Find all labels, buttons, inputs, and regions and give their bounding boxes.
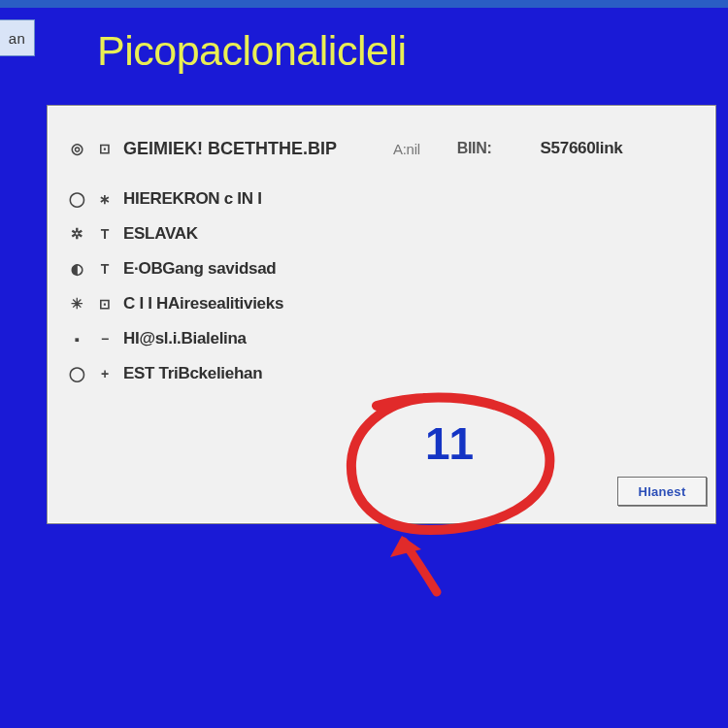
circle-icon: ◯ (67, 365, 86, 382)
page-title: Picopaclonalicleli (97, 27, 406, 75)
item-meta: S57660link (541, 139, 623, 158)
options-panel: ◎ ⊡ GEIMIEK! BCETHTHE.BIP A:nil BIIN: S5… (47, 105, 716, 524)
list-item[interactable]: ✲ T ESLAVAK (67, 216, 696, 251)
item-glyph: − (96, 331, 114, 347)
list-item[interactable]: ◯ + EST TriBckeliehan (67, 356, 696, 391)
item-label: E·OBGang savidsad (123, 259, 276, 279)
item-glyph: + (96, 366, 114, 381)
window-top-accent (0, 0, 728, 8)
square-icon: ▪ (67, 331, 86, 347)
item-glyph: ⊡ (96, 141, 114, 156)
item-meta: A:nil (393, 141, 420, 157)
item-glyph: T (96, 261, 114, 277)
left-tab-fragment-text: an (9, 30, 26, 47)
half-circle-icon: ◐ (67, 260, 86, 278)
annotation-number: 11 (425, 417, 473, 470)
confirm-button[interactable]: Hlanest (617, 477, 707, 506)
item-label: C I I HAiresealitivieks (123, 294, 283, 314)
list-item[interactable]: ✳ ⊡ C I I HAiresealitivieks (67, 286, 696, 321)
item-glyph: ⊡ (96, 296, 114, 312)
item-label: EST TriBckeliehan (123, 364, 262, 383)
item-label: GEIMIEK! BCETHTHE.BIP (123, 139, 337, 159)
circle-icon: ◯ (67, 190, 86, 208)
confirm-button-label: Hlanest (638, 484, 685, 499)
item-glyph: T (96, 226, 114, 242)
star-icon: ✲ (67, 225, 86, 243)
list-item[interactable]: ▪ − HI@sl.i.Bialelina (67, 321, 696, 356)
list-item[interactable]: ◯ ∗ HIEREKRON c IN I (67, 182, 696, 216)
radio-icon: ◎ (67, 140, 86, 157)
annotation-arrow-icon (381, 528, 448, 598)
item-label: HI@sl.i.Bialelina (123, 329, 247, 348)
list-item[interactable]: ◐ T E·OBGang savidsad (67, 251, 696, 286)
item-meta: BIIN: (457, 140, 492, 157)
list-item[interactable]: ◎ ⊡ GEIMIEK! BCETHTHE.BIP A:nil BIIN: S5… (67, 129, 696, 168)
item-label: HIEREKRON c IN I (123, 189, 262, 209)
item-label: ESLAVAK (123, 224, 198, 244)
item-glyph: ∗ (96, 191, 114, 207)
asterisk-icon: ✳ (67, 295, 86, 313)
left-tab-fragment[interactable]: an (0, 19, 35, 56)
